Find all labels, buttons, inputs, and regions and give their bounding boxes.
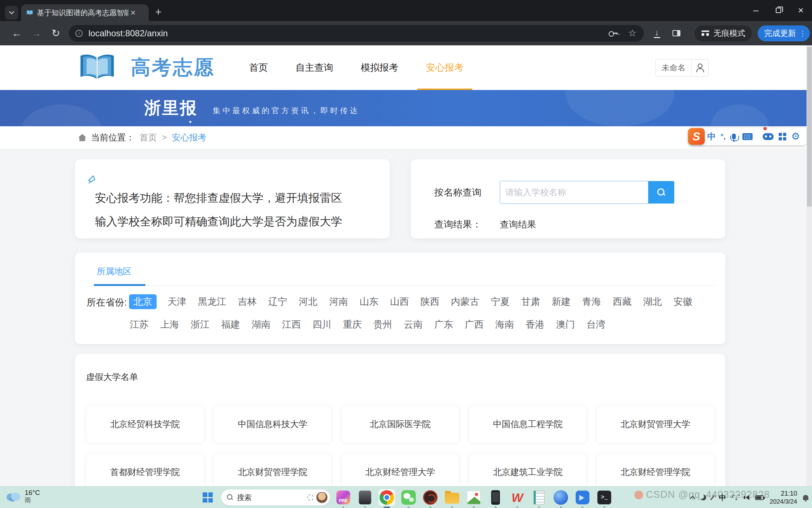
browser-tab[interactable]: 基于知识图谱的高考志愿智能推 ×: [21, 4, 149, 21]
province-chip[interactable]: 山东: [359, 294, 379, 309]
new-tab-button[interactable]: +: [155, 7, 162, 17]
chrome-update-button[interactable]: 完成更新: [758, 25, 810, 41]
ime-chinese-mode-icon[interactable]: 中: [707, 131, 716, 142]
taskbar-app-photos[interactable]: [465, 489, 482, 506]
province-chip[interactable]: 天津: [167, 294, 187, 309]
province-chip[interactable]: 新建: [551, 294, 571, 309]
visual-search-icon[interactable]: [307, 495, 313, 500]
province-chip[interactable]: 江苏: [129, 317, 149, 332]
taskbar-app-notes[interactable]: [531, 489, 547, 506]
taskbar-app-wps[interactable]: W: [509, 489, 526, 506]
window-minimize-button[interactable]: –: [745, 0, 767, 20]
university-card[interactable]: 北京财经管理大学: [341, 453, 459, 486]
taskbar-app-phone[interactable]: [487, 489, 504, 506]
province-chip[interactable]: 辽宁: [268, 294, 288, 309]
search-highlight-avatar[interactable]: [316, 492, 328, 503]
page-scrollbar[interactable]: [807, 45, 812, 486]
toolbox-grid-icon[interactable]: [779, 133, 786, 140]
window-close-button[interactable]: ×: [790, 0, 812, 20]
province-chip[interactable]: 台湾: [586, 317, 606, 332]
province-chip[interactable]: 海南: [494, 317, 515, 332]
university-card[interactable]: 北京财经管理学院: [596, 453, 714, 486]
tab-region[interactable]: 所属地区: [97, 266, 132, 285]
breadcrumb-home-link[interactable]: 首页: [140, 132, 157, 143]
address-bar[interactable]: i localhost:8082/anxin: [69, 25, 644, 42]
user-box[interactable]: 未命名: [655, 59, 709, 77]
wifi-icon[interactable]: [732, 495, 740, 500]
back-button[interactable]: ←: [9, 25, 25, 41]
forward-button[interactable]: →: [28, 25, 44, 41]
province-chip[interactable]: 浙江: [190, 317, 210, 332]
taskbar-app-explorer[interactable]: [444, 489, 460, 506]
bookmark-star-icon[interactable]: [628, 28, 637, 39]
breadcrumb-current[interactable]: 安心报考: [172, 132, 207, 143]
search-button[interactable]: [648, 181, 674, 204]
taskbar-app-dark-tool[interactable]: [357, 489, 373, 506]
province-chip[interactable]: 香港: [525, 317, 545, 332]
side-panel-button[interactable]: [668, 25, 684, 41]
province-chip[interactable]: 黑龙江: [197, 294, 227, 309]
downloads-button[interactable]: ↓: [649, 25, 665, 41]
university-card[interactable]: 北京建筑工业学院: [469, 453, 587, 486]
tray-chevron-up-icon[interactable]: [690, 496, 696, 501]
ime-settings-icon[interactable]: [791, 131, 800, 142]
menu-dots-icon[interactable]: [799, 29, 806, 38]
keyboard-icon[interactable]: [742, 133, 753, 140]
ime-punctuation-icon[interactable]: °,: [721, 132, 726, 141]
start-button[interactable]: [199, 489, 216, 506]
taskbar-app-premiere[interactable]: PRE: [335, 489, 352, 506]
scrollbar-thumb[interactable]: [807, 47, 812, 206]
nav-item[interactable]: 首页: [248, 59, 269, 76]
province-chip[interactable]: 陕西: [420, 294, 440, 309]
province-chip[interactable]: 河北: [298, 294, 318, 309]
microphone-icon[interactable]: [732, 134, 736, 139]
nav-item[interactable]: 安心报考: [425, 59, 464, 76]
password-key-icon[interactable]: [609, 31, 618, 36]
school-name-input[interactable]: [500, 181, 648, 204]
nav-item[interactable]: 自主查询: [295, 59, 334, 76]
province-chip[interactable]: 内蒙古: [450, 294, 480, 309]
province-chip[interactable]: 河南: [328, 294, 349, 309]
province-chip[interactable]: 宁夏: [490, 294, 510, 309]
battery-icon[interactable]: [755, 495, 764, 500]
university-card[interactable]: 中国信息科技大学: [214, 405, 332, 443]
province-chip[interactable]: 西藏: [612, 294, 632, 309]
taskbar-weather-widget[interactable]: 16°C 雨: [6, 489, 40, 504]
tab-search-button[interactable]: [5, 6, 18, 20]
province-chip[interactable]: 安徽: [673, 294, 693, 309]
province-chip[interactable]: 福建: [220, 317, 241, 332]
province-chip[interactable]: 甘肃: [521, 294, 541, 309]
taskbar-app-meeting[interactable]: [574, 489, 591, 506]
university-card[interactable]: 北京经贸科技学院: [86, 405, 204, 443]
province-chip[interactable]: 山西: [389, 294, 410, 309]
province-chip[interactable]: 上海: [160, 317, 180, 332]
province-chip[interactable]: 重庆: [342, 317, 362, 332]
tray-ime-indicator[interactable]: 中: [719, 493, 726, 503]
province-chip[interactable]: 湖南: [251, 317, 271, 332]
volume-icon[interactable]: [746, 495, 749, 500]
province-chip[interactable]: 四川: [312, 317, 332, 332]
tab-close-icon[interactable]: ×: [130, 8, 136, 17]
province-chip[interactable]: 云南: [403, 317, 423, 332]
province-chip[interactable]: 贵州: [373, 317, 393, 332]
university-card[interactable]: 北京财贸管理大学: [596, 405, 714, 443]
notification-bell-icon[interactable]: [803, 495, 808, 500]
province-chip[interactable]: 青海: [581, 294, 602, 309]
university-card[interactable]: 北京国际医学院: [341, 405, 459, 443]
nav-item[interactable]: 模拟报考: [360, 59, 399, 76]
incognito-badge[interactable]: 无痕模式: [695, 25, 752, 41]
tray-pen-icon[interactable]: [710, 495, 715, 500]
province-chip[interactable]: 澳门: [555, 317, 576, 332]
university-card[interactable]: 中国信息工程学院: [469, 405, 587, 443]
tray-clock[interactable]: 21:10 2024/3/24: [770, 489, 797, 505]
province-chip[interactable]: 广西: [464, 317, 484, 332]
taskbar-search-box[interactable]: 搜索: [221, 489, 330, 505]
university-card[interactable]: 北京财贸管理学院: [214, 453, 332, 486]
taskbar-app-dev-tool[interactable]: [422, 489, 439, 506]
university-card[interactable]: 首都财经管理学院: [86, 453, 204, 486]
site-info-icon[interactable]: i: [75, 30, 83, 37]
reload-button[interactable]: ↻: [48, 25, 64, 41]
province-chip[interactable]: 北京: [129, 294, 157, 309]
province-chip[interactable]: 江西: [281, 317, 302, 332]
taskbar-app-blue-round[interactable]: [552, 489, 569, 506]
